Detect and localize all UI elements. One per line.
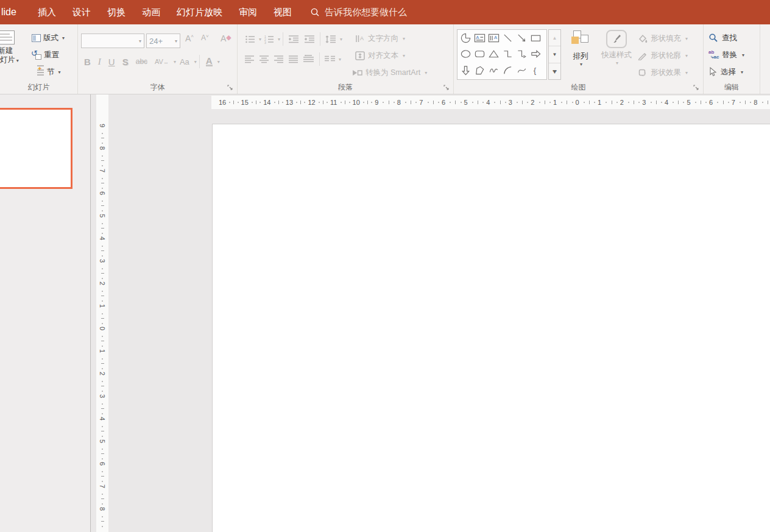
h-ruler-unit: 7	[730, 99, 753, 106]
menu-tab-1[interactable]: 插入	[38, 7, 56, 18]
increase-font-size-button[interactable]: A˄	[185, 34, 194, 48]
font-size-combobox[interactable]: 24+ ▾	[146, 34, 180, 48]
chevron-down-icon[interactable]: ▾	[139, 38, 141, 44]
replace-button[interactable]: ab⤷ac 替换▾	[708, 48, 744, 62]
elbow-arrow-connector-shape-icon[interactable]	[515, 46, 529, 62]
h-ruler-unit: 7	[418, 99, 440, 106]
line-spacing-icon[interactable]	[325, 35, 336, 44]
triangle-shape-icon[interactable]	[487, 46, 501, 62]
vertical-text-box-shape-icon[interactable]: A	[487, 30, 501, 46]
v-ruler-unit: 6	[96, 190, 108, 212]
right-arrow-shape-icon[interactable]	[529, 46, 543, 62]
align-right-icon[interactable]	[274, 55, 284, 63]
clear-formatting-button[interactable]: A◆	[221, 34, 231, 48]
elbow-connector-shape-icon[interactable]	[501, 46, 515, 62]
distributed-icon[interactable]	[303, 55, 314, 63]
font-name-combobox[interactable]: ▾	[81, 34, 144, 48]
layout-button[interactable]: 版式▾	[32, 31, 65, 45]
vertical-ruler: 987654321012345678	[96, 94, 108, 532]
gallery-scroll-up-icon[interactable]: ▲	[549, 30, 560, 46]
menu-tab-3[interactable]: 切换	[107, 7, 125, 18]
left-brace-shape-icon[interactable]: {	[529, 63, 543, 78]
text-box-shape-icon[interactable]: A	[473, 30, 487, 46]
drawing-group: AA{ ▲ ▼ ▬▼ 排列 ▾ 快速样式 ▾	[454, 24, 704, 94]
pie-shape-icon[interactable]	[459, 30, 473, 46]
svg-text:A: A	[494, 35, 498, 40]
menu-tab-7[interactable]: 视图	[274, 7, 292, 18]
gallery-scroll-down-icon[interactable]: ▼	[549, 46, 560, 63]
decrease-indent-icon[interactable]	[288, 35, 299, 44]
menu-tab-6[interactable]: 审阅	[239, 7, 257, 18]
bold-button[interactable]: B	[84, 57, 91, 67]
slide-thumbnail[interactable]	[0, 108, 72, 189]
shape-outline-button[interactable]: 形状轮廓▾	[638, 49, 688, 62]
new-slide-button[interactable]: ✦ 新建 幻灯片▾	[0, 27, 28, 79]
shape-effects-icon	[638, 68, 648, 77]
align-text-button[interactable]: 对齐文本▾	[355, 49, 405, 62]
strikethrough-button[interactable]: abc	[136, 57, 147, 66]
align-text-icon	[355, 51, 365, 60]
v-ruler-unit: 8	[96, 144, 108, 167]
font-group-label: 字体	[78, 82, 237, 93]
v-ruler-unit: 3	[96, 257, 108, 280]
chevron-down-icon[interactable]: ▾	[175, 38, 177, 44]
arrange-button[interactable]: 排列 ▾	[565, 28, 596, 83]
v-ruler-unit: 1	[96, 302, 108, 325]
slide-editing-area[interactable]	[212, 124, 770, 532]
workspace: 987654321012345678 161514131211109876543…	[0, 94, 770, 532]
select-icon	[708, 67, 717, 77]
align-center-icon[interactable]	[260, 55, 269, 63]
rectangle-shape-icon[interactable]	[529, 30, 543, 46]
increase-indent-icon[interactable]	[304, 35, 315, 44]
underline-button[interactable]: U	[108, 57, 115, 67]
shape-fill-button[interactable]: 形状填充▾	[638, 32, 688, 45]
oval-shape-icon[interactable]	[459, 46, 473, 62]
change-case-button[interactable]: Aa	[180, 57, 189, 66]
tell-me-box[interactable]: 告诉我你想要做什么	[310, 7, 407, 18]
h-ruler-unit: 10	[351, 99, 374, 106]
menu-tab-5[interactable]: 幻灯片放映	[177, 7, 222, 18]
columns-icon[interactable]	[325, 55, 335, 63]
section-button[interactable]: ✦ 节▾	[35, 65, 61, 79]
shape-effects-button[interactable]: 形状效果▾	[638, 66, 688, 79]
arc-shape-icon[interactable]	[501, 63, 515, 78]
panel-divider[interactable]	[90, 94, 91, 532]
line-shape-icon[interactable]	[501, 30, 515, 46]
v-ruler-unit: 8	[96, 505, 108, 528]
v-ruler-unit: 5	[96, 212, 108, 235]
down-arrow-shape-icon[interactable]	[459, 63, 473, 78]
paragraph-group-label: 段落	[238, 82, 453, 93]
v-ruler-unit: 4	[96, 415, 108, 438]
bullets-icon[interactable]	[245, 35, 255, 44]
arrow-shape-icon[interactable]	[515, 30, 529, 46]
h-ruler-unit: 11	[329, 99, 351, 106]
rounded-rectangle-shape-icon[interactable]	[473, 46, 487, 62]
h-ruler-unit: 3	[507, 99, 530, 106]
gallery-more-icon[interactable]: ▬▼	[549, 63, 560, 79]
arrange-icon	[571, 30, 590, 48]
italic-button[interactable]: I	[98, 57, 101, 67]
curve-shape-icon[interactable]	[515, 63, 529, 78]
find-button[interactable]: 查找	[708, 31, 737, 44]
scribble-shape-icon[interactable]	[487, 63, 501, 78]
quick-styles-button[interactable]: 快速样式 ▾	[598, 28, 635, 83]
font-color-button[interactable]: A	[206, 57, 213, 66]
svg-text:{: {	[534, 66, 537, 75]
layout-icon	[32, 34, 41, 42]
text-shadow-button[interactable]: S	[122, 57, 129, 67]
tell-me-label: 告诉我你想要做什么	[325, 7, 407, 18]
numbering-icon[interactable]: 123	[264, 35, 274, 44]
menu-tab-2[interactable]: 设计	[72, 7, 91, 18]
select-button[interactable]: 选择▾	[708, 65, 743, 79]
reset-button[interactable]: ↺ 重置	[32, 48, 59, 62]
v-ruler-unit: 3	[96, 392, 108, 415]
character-spacing-button[interactable]: AV↔	[155, 58, 169, 65]
menu-tab-4[interactable]: 动画	[142, 7, 160, 18]
decrease-font-size-button[interactable]: A˅	[201, 34, 209, 48]
convert-smartart-button[interactable]: 转换为 SmartArt▾	[352, 66, 427, 79]
justify-icon[interactable]	[289, 55, 298, 63]
text-direction-button[interactable]: A 文字方向▾	[355, 32, 405, 45]
align-left-icon[interactable]	[245, 55, 255, 63]
h-ruler-unit: 2	[529, 99, 552, 106]
freeform-shape-icon[interactable]	[473, 63, 487, 78]
